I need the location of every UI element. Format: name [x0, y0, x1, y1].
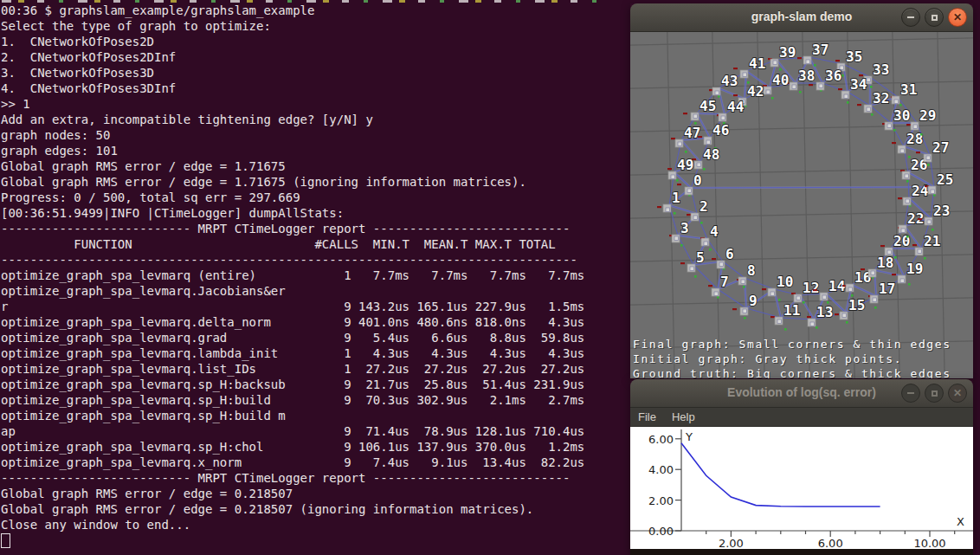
graph-node-label: 30	[893, 107, 910, 124]
graph-node-label: 0	[693, 172, 702, 189]
ground-truth-point	[920, 133, 923, 136]
graph-node-label: 17	[879, 281, 895, 297]
terminal-line: [00:36:51.9499|INFO |CTimeLogger] dumpAl…	[1, 205, 584, 221]
terminal-line: Close any window to end...	[1, 517, 584, 532]
graph-node-label: 2	[700, 198, 708, 215]
initial-graph-point	[807, 316, 811, 318]
graph-node-final	[894, 100, 899, 104]
graph-node-label: 15	[848, 297, 865, 313]
initial-graph-point	[762, 288, 766, 290]
ground-truth-point	[779, 68, 782, 71]
menu-help[interactable]: Help	[664, 409, 703, 425]
initial-graph-point	[880, 245, 885, 247]
graph-node-label: 47	[684, 125, 700, 141]
graph-node-final	[871, 271, 875, 275]
graph-node-label: 19	[906, 261, 923, 277]
graph-node-final	[927, 220, 932, 224]
graph-node-final	[721, 116, 725, 120]
terminal-line: graph edges: 101	[1, 143, 584, 158]
graph-node-final	[666, 208, 670, 212]
terminal-line: Global graph RMS error / edge = 0.218507…	[1, 501, 584, 517]
initial-graph-point	[912, 244, 917, 246]
ground-truth-point	[694, 275, 697, 278]
plot-titlebar[interactable]: ✕ Evolution of log(sq. error)	[630, 379, 973, 408]
graph-edge	[848, 92, 870, 106]
grid-line	[630, 38, 973, 46]
graph-edge	[843, 64, 870, 77]
graph-node-label: 21	[924, 233, 940, 249]
graph-node-label: 36	[825, 68, 841, 84]
initial-graph-point	[813, 289, 817, 291]
terminal-line: 4. CNetworkOfPoses3DInf	[1, 81, 584, 96]
graph-node-label: 35	[846, 48, 862, 65]
legend-line-initial: Initial graph: Gray thick points.	[633, 352, 951, 366]
ground-truth-point	[906, 236, 909, 238]
initial-graph-point	[680, 262, 685, 264]
graph-node-label: 25	[937, 171, 953, 188]
terminal-line: ----------------------------------------…	[1, 252, 584, 268]
terminal-window[interactable]: 00:36 $ graphslam_example/graphslam_exam…	[0, 0, 630, 555]
ground-truth-point	[778, 299, 781, 301]
plot-canvas: 0.002.004.006.002.006.0010.00YX	[630, 427, 973, 549]
initial-graph-point	[809, 84, 813, 86]
y-tick-label: 4.00	[648, 463, 674, 476]
graph-node-final	[706, 140, 711, 145]
terminal-line: optimize_graph_spa_levmarq.sp_H:backsub …	[1, 377, 584, 392]
graph-edge	[719, 88, 745, 99]
initial-graph-point	[916, 152, 920, 153]
graph-edge	[745, 278, 774, 289]
graph-node-final	[848, 287, 853, 292]
ground-truth-point	[685, 151, 687, 153]
graph-node-label: 18	[877, 255, 893, 271]
graph-node-final	[931, 190, 935, 194]
graph-node-label: 23	[933, 203, 950, 219]
graph-node-final	[674, 236, 679, 241]
graph-node-final	[773, 61, 777, 65]
graph-node-final	[918, 249, 922, 254]
graph-node-label: 6	[725, 246, 734, 262]
graph-node-label: 34	[850, 76, 867, 93]
x-tick-label: 10.00	[913, 537, 945, 549]
initial-graph-point	[835, 313, 839, 315]
menu-file[interactable]: File	[630, 409, 664, 425]
graph-canvas[interactable]: 0123456789101112131415161718192021222324…	[630, 32, 973, 378]
initial-graph-point	[677, 184, 681, 185]
error-plot-window: ✕ Evolution of log(sq. error) File Help …	[630, 379, 973, 555]
terminal-line: optimize_graph_spa_levmarq.sp_H:build m	[1, 408, 584, 423]
initial-graph-point	[712, 258, 716, 260]
initial-graph-point	[708, 285, 712, 287]
graph-node-final	[693, 114, 698, 119]
terminal-line: optimize_graph_spa_levmarq.x_norm 9 7.4u…	[1, 455, 584, 470]
graph-node-label: 46	[712, 122, 729, 139]
graph-node-label: 8	[747, 262, 756, 279]
terminal-output: 00:36 $ graphslam_example/graphslam_exam…	[1, 3, 584, 548]
graph-node-label: 37	[812, 42, 828, 58]
initial-graph-point	[835, 60, 840, 61]
graph-node-label: 13	[816, 304, 833, 320]
initial-graph-point	[892, 274, 896, 275]
initial-graph-point	[906, 124, 911, 126]
graph-node-label: 5	[696, 249, 705, 266]
initial-graph-point	[797, 57, 802, 59]
graph-node-final	[822, 295, 827, 300]
terminal-line: 1. CNetworkOfPoses2D	[1, 34, 584, 49]
ground-truth-point	[803, 301, 805, 304]
ground-truth-point	[894, 256, 897, 259]
terminal-line: Add an extra, incompatible tightening ed…	[1, 112, 584, 127]
graph-node-final	[704, 242, 708, 246]
terminal-line: optimize_graph_spa_levmarq.delta_norm 9 …	[1, 314, 584, 330]
terminal-line: >> 1	[1, 96, 584, 112]
graph-node-final	[777, 319, 782, 324]
terminal-line: 2. CNetworkOfPoses2DInf	[1, 49, 584, 65]
plot-area[interactable]: 0.002.004.006.002.006.0010.00YX	[630, 427, 973, 549]
graph-3d-viewport[interactable]: 0123456789101112131415161718192021222324…	[630, 32, 973, 378]
graph-node-final	[905, 174, 909, 178]
terminal-cursor	[1, 533, 10, 548]
graph-node-label: 32	[873, 90, 889, 106]
ground-truth-point	[700, 222, 703, 224]
initial-graph-point	[861, 268, 865, 270]
ground-truth-point	[674, 212, 676, 215]
graph-edge	[718, 289, 746, 308]
graph-node-label: 44	[727, 99, 744, 115]
graphslam-titlebar[interactable]: ✕ graph-slam demo	[630, 3, 973, 32]
